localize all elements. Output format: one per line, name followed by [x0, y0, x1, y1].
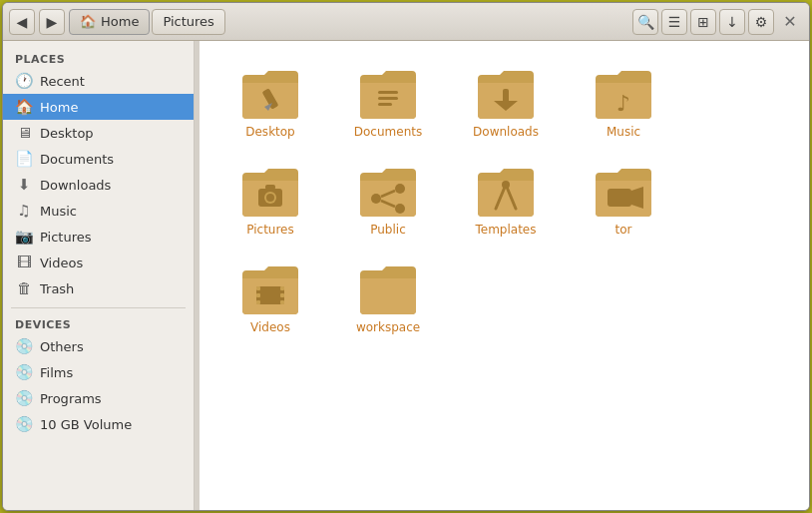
file-item-pictures[interactable]: Pictures	[215, 155, 325, 245]
file-item-tor[interactable]: tor	[569, 155, 678, 245]
file-item-public[interactable]: Public	[333, 155, 443, 245]
sidebar-item-10gb[interactable]: 💿 10 GB Volume	[3, 411, 194, 437]
svg-text:♪: ♪	[616, 91, 630, 116]
svg-point-19	[502, 181, 510, 189]
file-manager-window: ◀ ▶ 🏠 Home Pictures 🔍 ☰ ⊞ ↓ ⚙ ✕ Places 🕐	[2, 2, 810, 511]
sidebar-label-trash: Trash	[40, 281, 74, 296]
svg-rect-20	[608, 189, 631, 207]
toolbar-actions: 🔍 ☰ ⊞ ↓ ⚙ ✕	[632, 9, 803, 35]
sidebar-item-documents[interactable]: 📄 Documents	[3, 146, 194, 172]
sidebar-item-downloads[interactable]: ⬇ Downloads	[3, 172, 194, 198]
svg-rect-26	[280, 286, 284, 290]
list-view-button[interactable]: ☰	[661, 9, 687, 35]
sidebar-divider	[11, 307, 186, 308]
file-label-downloads: Downloads	[473, 125, 539, 139]
sidebar-label-10gb: 10 GB Volume	[40, 417, 132, 432]
svg-point-12	[371, 194, 381, 204]
file-label-templates: Templates	[475, 223, 536, 237]
folder-icon-desktop	[238, 65, 302, 121]
recent-icon: 🕐	[15, 72, 33, 90]
sidebar-label-downloads: Downloads	[40, 178, 111, 193]
svg-rect-5	[503, 89, 509, 103]
svg-rect-23	[256, 286, 260, 290]
sidebar-item-pictures[interactable]: 📷 Pictures	[3, 224, 194, 250]
file-label-workspace: workspace	[356, 320, 420, 334]
sidebar: Places 🕐 Recent 🏠 Home 🖥 Desktop 📄 Docum…	[3, 41, 195, 510]
sidebar-item-desktop[interactable]: 🖥 Desktop	[3, 120, 194, 146]
file-item-templates[interactable]: Templates	[451, 155, 561, 245]
file-label-music: Music	[607, 125, 640, 139]
file-item-music[interactable]: ♪ Music	[569, 57, 678, 147]
file-label-documents: Documents	[354, 125, 422, 139]
sidebar-item-home[interactable]: 🏠 Home	[3, 94, 194, 120]
sidebar-item-music[interactable]: ♫ Music	[3, 198, 194, 224]
home-icon: 🏠	[15, 98, 33, 116]
file-item-documents[interactable]: Documents	[333, 57, 443, 147]
sidebar-label-recent: Recent	[40, 74, 85, 89]
films-icon: 💿	[15, 363, 33, 381]
back-button[interactable]: ◀	[9, 9, 35, 35]
file-label-videos: Videos	[250, 320, 290, 334]
folder-icon-public	[356, 163, 420, 219]
file-label-pictures: Pictures	[246, 223, 294, 237]
file-item-workspace[interactable]: workspace	[333, 253, 443, 342]
svg-point-13	[395, 184, 405, 194]
folder-icon-workspace	[356, 260, 420, 316]
svg-rect-25	[256, 300, 260, 304]
sidebar-label-music: Music	[40, 204, 77, 219]
home-icon: 🏠	[80, 14, 96, 29]
svg-rect-3	[378, 97, 398, 100]
sidebar-label-films: Films	[40, 365, 73, 380]
others-icon: 💿	[15, 337, 33, 355]
grid-view-button[interactable]: ⊞	[690, 9, 716, 35]
svg-rect-2	[378, 91, 398, 94]
folder-icon-videos	[238, 260, 302, 316]
sidebar-label-videos: Videos	[40, 256, 83, 270]
folder-icon-documents	[356, 65, 420, 121]
sidebar-label-home: Home	[40, 100, 78, 115]
trash-icon: 🗑	[15, 279, 33, 297]
documents-icon: 📄	[15, 150, 33, 168]
folder-icon-music: ♪	[592, 65, 655, 121]
home-breadcrumb[interactable]: 🏠 Home	[69, 9, 150, 35]
folder-icon-downloads	[474, 65, 538, 121]
file-label-tor: tor	[615, 223, 632, 237]
forward-button[interactable]: ▶	[39, 9, 65, 35]
svg-point-14	[395, 204, 405, 214]
music-icon: ♫	[15, 202, 33, 220]
svg-point-10	[266, 194, 274, 202]
folder-icon-pictures	[238, 163, 302, 219]
programs-icon: 💿	[15, 389, 33, 407]
svg-rect-4	[378, 103, 392, 106]
file-label-public: Public	[370, 223, 406, 237]
sidebar-label-others: Others	[40, 339, 84, 354]
sidebar-item-recent[interactable]: 🕐 Recent	[3, 68, 194, 94]
search-button[interactable]: 🔍	[632, 9, 658, 35]
breadcrumb: 🏠 Home Pictures	[69, 9, 628, 35]
places-section-title: Places	[3, 49, 194, 68]
sidebar-item-trash[interactable]: 🗑 Trash	[3, 275, 194, 301]
settings-button[interactable]: ⚙	[748, 9, 774, 35]
sidebar-item-films[interactable]: 💿 Films	[3, 359, 194, 385]
sidebar-item-programs[interactable]: 💿 Programs	[3, 385, 194, 411]
pictures-icon: 📷	[15, 228, 33, 246]
videos-icon: 🎞	[15, 254, 33, 271]
sidebar-label-desktop: Desktop	[40, 126, 94, 141]
file-item-downloads[interactable]: Downloads	[451, 57, 561, 147]
sidebar-label-documents: Documents	[40, 152, 114, 167]
sort-button[interactable]: ↓	[719, 9, 745, 35]
sidebar-item-videos[interactable]: 🎞 Videos	[3, 250, 194, 275]
folder-icon-templates	[474, 163, 538, 219]
svg-rect-22	[256, 286, 284, 304]
file-item-videos[interactable]: Videos	[215, 253, 325, 342]
file-item-desktop[interactable]: Desktop	[215, 57, 325, 147]
close-button[interactable]: ✕	[777, 9, 803, 35]
pictures-breadcrumb[interactable]: Pictures	[152, 9, 224, 35]
svg-rect-24	[256, 293, 260, 297]
sidebar-label-programs: Programs	[40, 391, 102, 406]
downloads-icon: ⬇	[15, 176, 33, 194]
volume-icon: 💿	[15, 415, 33, 433]
sidebar-item-others[interactable]: 💿 Others	[3, 333, 194, 359]
svg-rect-28	[280, 300, 284, 304]
file-area: Desktop Documents	[200, 41, 809, 510]
